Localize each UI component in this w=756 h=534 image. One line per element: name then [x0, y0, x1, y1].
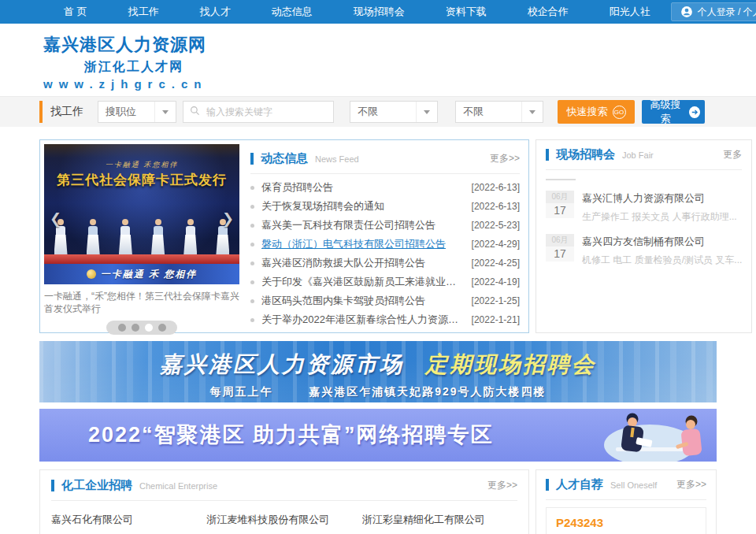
job-fair-item: 06月 17 嘉兴四方友信制桶有限公司 机修工 电工 质量检验员/测试员 叉车.… — [546, 234, 742, 267]
person-icon — [680, 6, 693, 18]
talent-id-link[interactable]: P243243 — [556, 516, 696, 529]
talent-more-link[interactable]: 更多>> — [676, 478, 706, 491]
nav-item-news[interactable]: 动态信息 — [251, 0, 333, 24]
nav-item-sunshine-social[interactable]: 阳光人社 — [589, 0, 671, 24]
carousel-dot-active[interactable] — [145, 324, 153, 332]
nav-item-find-job[interactable]: 找工作 — [108, 0, 180, 24]
nav-item-job-fair[interactable]: 现场招聘会 — [333, 0, 425, 24]
personal-login-button[interactable]: 个人登录 / 个人注册 — [671, 2, 756, 21]
filter-select-1-value: 不限 — [350, 105, 378, 119]
date-badge-day: 17 — [546, 203, 574, 218]
bullet-icon — [250, 243, 254, 247]
news-link[interactable]: 嘉兴美一瓦科技有限责任公司招聘公告 — [261, 218, 464, 232]
arrow-right-icon — [689, 106, 700, 118]
chevron-down-icon — [154, 102, 176, 122]
chemical-more-link[interactable]: 更多>> — [487, 479, 517, 492]
carousel: 一卡融通 禾您相伴 第三代社会保障卡正式发行 一卡融通 禾 您相伴 — [44, 144, 239, 328]
news-list-item: 嘉兴港区消防救援大队公开招聘公告[2022-4-25] — [250, 254, 520, 273]
news-link[interactable]: 关于举办2022年港区新春综合性人力资源暨春风... — [261, 313, 464, 327]
carousel-dot[interactable] — [158, 324, 166, 332]
company-name-link[interactable]: 浙江麦堆科技股份有限公司 — [206, 513, 354, 527]
bullet-icon — [250, 299, 254, 303]
divider — [546, 179, 576, 180]
news-list-item: 关于印发《嘉兴港区鼓励新员工来港就业补助操作...[2022-4-19] — [250, 273, 520, 291]
news-date: [2022-4-29] — [472, 239, 520, 250]
slide-stage — [44, 254, 239, 264]
news-link[interactable]: 港区码头范围内集卡驾驶员招聘公告 — [261, 294, 464, 308]
carousel-dot[interactable] — [132, 324, 139, 332]
search-icon — [190, 105, 205, 119]
news-date: [2022-4-19] — [472, 276, 520, 287]
quick-search-button[interactable]: 快速搜索 GO — [558, 100, 635, 124]
bullet-icon — [250, 318, 254, 322]
site-header: 嘉兴港区人力资源网 浙江化工人才网 www.zjhgrc.cn — [0, 24, 756, 96]
news-date: [2022-5-23] — [472, 220, 520, 231]
news-link[interactable]: 嘉兴港区消防救援大队公开招聘公告 — [261, 256, 464, 270]
nav-item-school-cooperation[interactable]: 校企合作 — [507, 0, 589, 24]
news-link[interactable]: 关于印发《嘉兴港区鼓励新员工来港就业补助操作... — [261, 275, 464, 289]
company-columns: 嘉兴石化有限公司 工艺员 设备管理 警卫（残疾工） 浙江麦堆科技股份有限公司 销… — [51, 513, 517, 534]
search-input[interactable] — [205, 106, 327, 118]
filter-select-1[interactable]: 不限 — [350, 101, 438, 123]
news-list-item-hovered: 磐动（浙江）电气科技有限公司招聘公告[2022-4-29] — [250, 235, 520, 254]
date-badge: 06月 17 — [546, 234, 574, 267]
market-banner-schedule: 每周五上午 — [209, 385, 272, 398]
news-list-item: 关于恢复现场招聘会的通知[2022-6-13] — [250, 197, 520, 216]
news-subtitle: News Feed — [315, 154, 359, 164]
section-accent-bar — [546, 479, 549, 491]
advanced-search-button[interactable]: 高级搜索 — [642, 100, 705, 124]
slide-tagline: 一卡融通 禾您相伴 — [44, 160, 239, 170]
market-banner[interactable]: 嘉兴港区人力资源市场 定期现场招聘会 每周五上午 嘉兴港区乍浦镇天妃路929号人… — [39, 341, 717, 402]
search-row: 找工作 搜职位 不限 不限 快速搜索 GO — [39, 100, 717, 124]
talent-header: 人才自荐 Sell Oneself 更多>> — [546, 477, 706, 500]
date-badge-day: 17 — [546, 247, 574, 261]
online-recruitment-banner[interactable]: 2022“智聚港区 助力共富”网络招聘专区 — [39, 409, 717, 462]
carousel-prev-button[interactable]: ❮ — [50, 210, 61, 228]
keyword-search-field — [183, 101, 334, 123]
news-more-link[interactable]: 更多>> — [490, 152, 520, 165]
news-date: [2022-6-13] — [472, 182, 520, 193]
news-list-item: 嘉兴美一瓦科技有限责任公司招聘公告[2022-5-23] — [250, 216, 520, 235]
carousel-next-button[interactable]: ❯ — [222, 210, 234, 228]
nav-item-home[interactable]: 首 页 — [43, 0, 108, 24]
news-list: 保育员招聘公告[2022-6-13] 关于恢复现场招聘会的通知[2022-6-1… — [250, 178, 520, 329]
news-link[interactable]: 保育员招聘公告 — [261, 180, 464, 195]
date-badge: 06月 17 — [546, 191, 574, 224]
job-fair-info: 嘉兴四方友信制桶有限公司 机修工 电工 质量检验员/测试员 叉车... — [582, 234, 742, 267]
nav-item-find-talent[interactable]: 找人才 — [180, 0, 251, 24]
job-type-select-value: 搜职位 — [98, 105, 136, 119]
personal-login-label: 个人登录 / 个人注册 — [698, 6, 756, 19]
job-type-select[interactable]: 搜职位 — [98, 101, 176, 123]
carousel-dot[interactable] — [118, 324, 126, 332]
nav-item-downloads[interactable]: 资料下载 — [425, 0, 507, 24]
market-banner-title-white: 嘉兴港区人力资源市场 — [160, 352, 404, 376]
news-date: [2022-1-25] — [472, 295, 520, 306]
news-title: 动态信息 — [261, 151, 308, 166]
job-fair-info: 嘉兴汇博人力资源有限公司 生产操作工 报关文员 人事行政助理... — [582, 191, 737, 224]
carousel-slide[interactable]: 一卡融通 禾您相伴 第三代社会保障卡正式发行 一卡融通 禾 您相伴 — [44, 144, 239, 284]
job-fair-company-link[interactable]: 嘉兴四方友信制桶有限公司 — [582, 235, 742, 249]
site-logo[interactable]: 嘉兴港区人力资源网 浙江化工人才网 www.zjhgrc.cn — [43, 33, 224, 91]
market-banner-title-yellow: 定期现场招聘会 — [425, 352, 596, 376]
slide-figures — [52, 219, 232, 254]
company-name-link[interactable]: 嘉兴石化有限公司 — [51, 513, 198, 527]
filter-select-2[interactable]: 不限 — [455, 101, 543, 123]
company-entry: 浙江麦堆科技股份有限公司 销售专员 会计 土建主管 — [206, 513, 361, 534]
company-name-link[interactable]: 浙江彩皇精细化工有限公司 — [362, 513, 510, 527]
company-entry: 嘉兴石化有限公司 工艺员 设备管理 警卫（残疾工） — [51, 513, 206, 534]
bullet-icon — [250, 261, 254, 265]
job-fair-company-link[interactable]: 嘉兴汇博人力资源有限公司 — [582, 191, 737, 206]
news-link[interactable]: 关于恢复现场招聘会的通知 — [261, 199, 464, 213]
grain-logo-icon — [87, 269, 96, 279]
site-title: 嘉兴港区人力资源网 — [43, 33, 224, 57]
job-fair-jobs: 生产操作工 报关文员 人事行政助理... — [582, 210, 737, 224]
job-fair-more-link[interactable]: 更多 — [723, 148, 742, 161]
job-fair-jobs: 机修工 电工 质量检验员/测试员 叉车... — [582, 254, 742, 267]
chevron-down-icon — [416, 102, 437, 122]
banner2-illustration — [543, 409, 717, 462]
search-accent-bar — [39, 101, 43, 123]
page: 首 页 找工作 找人才 动态信息 现场招聘会 资料下载 校企合作 阳光人社 个人… — [0, 0, 756, 534]
slide-title: 第三代社会保障卡正式发行 — [44, 171, 239, 189]
news-link[interactable]: 磐动（浙江）电气科技有限公司招聘公告 — [261, 237, 464, 251]
go-icon: GO — [613, 106, 626, 119]
